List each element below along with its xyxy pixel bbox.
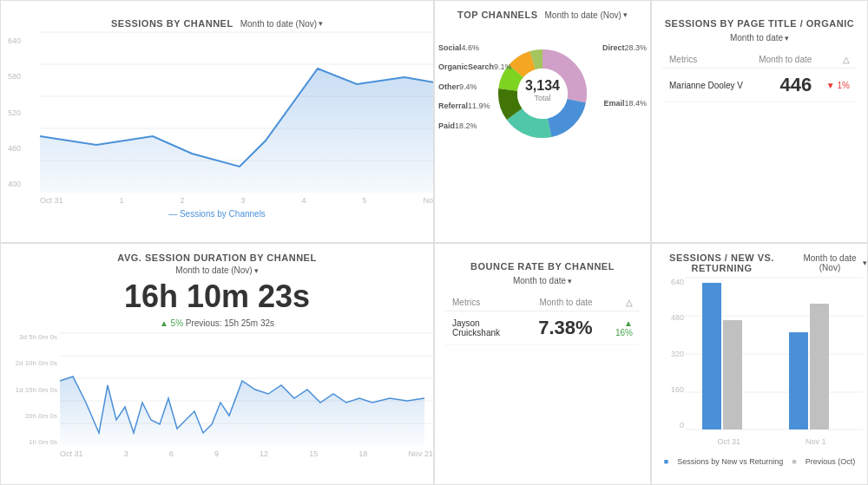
avg-duration-line-chart — [60, 333, 433, 446]
x-label-oct31: Oct 31 — [40, 196, 63, 205]
new-returning-panel: SESSIONS / NEW VS. RETURNING Month to da… — [651, 243, 868, 485]
sessions-channel-title: SESSIONS BY CHANNEL — [111, 18, 233, 29]
y-320: 320 — [654, 350, 684, 358]
y-label-1h: 1h 0m 0s — [5, 438, 57, 446]
x-dur-6: 6 — [169, 449, 174, 458]
y-480: 480 — [654, 313, 684, 322]
x-label-5: 5 — [362, 196, 366, 205]
bar-chart-svg — [685, 278, 863, 434]
y-label-640: 640 — [8, 36, 21, 45]
sessions-legend: Sessions by Channels — [1, 209, 433, 219]
br-row-value: 7.38% — [538, 317, 592, 338]
bar-chart-area: 640 480 320 160 0 — [652, 273, 867, 456]
top-channels-panel: TOP CHANNELS Month to date (Nov) Social4… — [434, 0, 651, 243]
y-label-460: 460 — [8, 144, 21, 153]
y-0: 0 — [654, 421, 684, 429]
bar-oct31-gray — [723, 320, 742, 429]
top-channels-title: TOP CHANNELS — [457, 10, 537, 20]
avg-duration-panel: AVG. SESSION DURATION BY CHANNEL Month t… — [0, 243, 434, 485]
y-label-400: 400 — [8, 180, 21, 188]
avg-duration-prev: ▲ 5% Previous: 15h 25m 32s — [1, 318, 433, 328]
row-value: 446 — [780, 74, 812, 95]
donut-chart-container: Social4.6% OrganicSearch9.1% Other9.4% R… — [435, 20, 650, 167]
donut-total-number: 3,134 — [525, 78, 560, 93]
x-dur-oct31: Oct 31 — [60, 449, 83, 458]
delta-up-icon: ▲ 5% — [160, 318, 183, 328]
legend-new-label: Sessions by New vs Returning — [677, 457, 783, 466]
avg-duration-value: 16h 10m 23s — [1, 279, 433, 315]
page-title-heading: SESSIONS BY PAGE TITLE / ORGANIC — [662, 18, 857, 29]
donut-total-label: Total — [534, 94, 550, 102]
page-title-panel: SESSIONS BY PAGE TITLE / ORGANIC Month t… — [651, 0, 868, 243]
x-label-4: 4 — [301, 196, 306, 205]
br-row-delta: ▲ 16% — [615, 318, 633, 338]
new-returning-dropdown[interactable]: Month to date (Nov) — [799, 253, 867, 272]
y-label-3d: 3d 5h 0m 0s — [5, 333, 57, 341]
dashboard: SESSIONS BY CHANNEL Month to date (Nov) … — [0, 0, 868, 485]
x-dur-15: 15 — [309, 449, 318, 458]
bar-nov1-blue — [789, 332, 808, 429]
row-name: Marianne Dooley V — [662, 69, 751, 102]
segment-other: Other9.4% — [438, 81, 512, 93]
x-bar-nov1: Nov 1 — [806, 437, 826, 446]
legend-prev-icon: ■ — [792, 457, 796, 466]
page-title-dropdown[interactable]: Month to date — [730, 33, 789, 43]
table-row: Marianne Dooley V 446 ▼ 1% — [662, 69, 857, 102]
page-title-table: Metrics Month to date △ Marianne Dooley … — [662, 51, 857, 102]
br-col-month: Month to date — [531, 294, 599, 311]
sessions-channel-dropdown[interactable]: Month to date (Nov) — [240, 19, 323, 29]
bounce-rate-title: BOUNCE RATE BY CHANNEL — [445, 261, 640, 272]
segment-paid: Paid18.2% — [438, 120, 512, 132]
bar-nov1-gray — [810, 304, 829, 429]
x-label-3: 3 — [240, 196, 245, 205]
sessions-channel-panel: SESSIONS BY CHANNEL Month to date (Nov) … — [0, 0, 434, 243]
col-metrics: Metrics — [662, 51, 751, 69]
sessions-line-chart — [40, 32, 434, 193]
br-col-delta: △ — [600, 294, 640, 311]
segment-direct: Direct28.3% — [602, 42, 647, 54]
legend-new-icon: ■ — [664, 457, 668, 466]
y-640: 640 — [654, 278, 684, 286]
avg-duration-dropdown[interactable]: Month to date (Nov) — [175, 265, 258, 275]
avg-duration-chart: 3d 5h 0m 0s 2d 10h 0m 0s 1d 15h 0m 0s 20… — [1, 333, 433, 455]
bar-oct31-blue — [702, 283, 721, 429]
x-dur-12: 12 — [260, 449, 268, 458]
br-row-name: Jayson Cruickshank — [445, 311, 531, 345]
segment-organic: OrganicSearch9.1% — [438, 61, 512, 73]
x-bar-oct31: Oct 31 — [717, 437, 740, 446]
segment-email: Email18.4% — [602, 97, 647, 109]
x-label-2: 2 — [180, 196, 184, 205]
col-month: Month to date — [751, 51, 819, 69]
row-delta: ▼ 1% — [826, 81, 850, 90]
top-channels-dropdown[interactable]: Month to date (Nov) — [545, 10, 628, 20]
segment-social: Social4.6% — [438, 42, 512, 54]
table-row: Jayson Cruickshank 7.38% ▲ 16% — [445, 311, 640, 345]
segment-referral: Referral11.9% — [438, 100, 512, 112]
col-delta: △ — [819, 51, 857, 69]
x-dur-18: 18 — [358, 449, 367, 458]
bounce-rate-panel: BOUNCE RATE BY CHANNEL Month to date Met… — [434, 243, 651, 485]
y-label-20h: 20h 0m 0s — [5, 412, 57, 420]
x-dur-nov21: Nov 21 — [408, 449, 433, 458]
bounce-rate-dropdown[interactable]: Month to date — [513, 276, 572, 285]
bounce-rate-table: Metrics Month to date △ Jayson Cruicksha… — [445, 294, 640, 345]
x-dur-9: 9 — [214, 449, 219, 458]
br-col-metrics: Metrics — [445, 294, 531, 311]
y-label-1d: 1d 15h 0m 0s — [5, 386, 57, 394]
y-160: 160 — [654, 385, 684, 394]
x-dur-3: 3 — [124, 449, 128, 458]
y-label-2d: 2d 10h 0m 0s — [5, 359, 57, 367]
y-label-580: 580 — [8, 72, 21, 81]
avg-duration-title: AVG. SESSION DURATION BY CHANNEL — [117, 252, 316, 263]
sessions-chart-area: 640 580 520 460 400 — [1, 32, 433, 206]
y-label-520: 520 — [8, 108, 21, 117]
legend-prev-label: Previous (Oct) — [806, 457, 856, 466]
x-label-nov6: Nov 6 — [423, 196, 434, 205]
new-returning-title: SESSIONS / NEW VS. RETURNING — [652, 252, 792, 273]
x-label-1: 1 — [119, 196, 123, 205]
